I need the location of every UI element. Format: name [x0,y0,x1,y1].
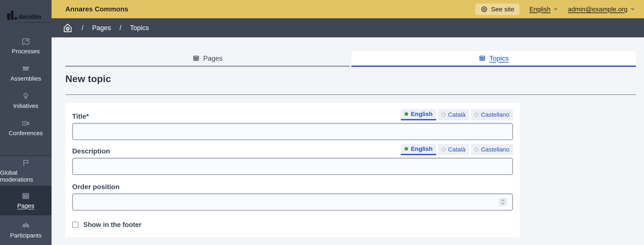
language-tab-castellano[interactable]: Castellano [471,109,513,120]
participants-group-icon [22,221,30,230]
description-label: Description [72,147,110,155]
decidim-tagline: free open-source democracy [18,21,52,24]
language-label: English [529,6,550,13]
sidebar-item-conferences[interactable]: Conferences [0,114,52,142]
chevron-up-icon[interactable] [501,199,505,202]
radio-unselected-icon [442,148,445,151]
radio-unselected-icon [442,113,445,116]
title-input[interactable] [72,123,513,140]
description-field: Description English Català Castellano [72,143,513,175]
title-label: Title* [72,112,89,120]
language-tab-english[interactable]: English [401,109,436,120]
show-in-footer-checkbox[interactable] [72,222,78,228]
site-title: Annares Commons [65,5,128,13]
tab-label: Pages [203,54,223,62]
decidim-wordmark: decidim [18,14,41,20]
content-tabs: Pages Topics [65,51,636,67]
radio-unselected-icon [474,148,478,151]
account-menu-button[interactable]: admin@example.org [568,6,635,13]
decidim-logo-glyph [7,13,10,20]
process-map-icon [22,37,30,46]
sidebar-item-initiatives[interactable]: Initiatives [0,87,52,114]
tab-pages[interactable]: Pages [65,51,350,67]
sidebar-item-pages[interactable]: Pages [0,186,52,215]
language-tab-label: Català [448,111,466,118]
sidebar-item-label: Pages [17,202,34,209]
show-in-footer-label: Show in the footer [83,221,141,229]
assembly-building-icon [22,64,30,73]
breadcrumb-item-topics[interactable]: Topics [130,24,149,32]
heading-divider [65,94,636,95]
pages-article-icon [22,192,30,200]
main-content: Pages Topics New topic Title* English [52,38,644,245]
tab-label: Topics [489,54,509,62]
sidebar-item-label: Conferences [9,130,43,137]
language-menu-button[interactable]: English [529,6,558,13]
home-gear-icon[interactable] [62,22,73,33]
sidebar-item-label: Participants [10,232,42,239]
show-in-footer-row: Show in the footer [72,221,513,229]
conference-video-icon [22,119,30,128]
breadcrumb-separator: / [120,24,122,32]
language-tab-catala[interactable]: Català [438,144,469,155]
sidebar-item-label: Initiatives [13,102,38,110]
number-stepper[interactable] [499,198,507,206]
sidebar-item-label: Assemblies [10,75,41,82]
chevron-down-icon [630,7,635,11]
language-tab-label: English [411,111,433,118]
radio-selected-icon [404,112,408,116]
article-icon [478,54,486,62]
article-icon [192,54,200,62]
sidebar-item-label: Global moderations [0,169,52,183]
breadcrumb-separator: / [82,24,84,32]
breadcrumb-item-pages[interactable]: Pages [92,24,111,32]
decidim-logo-glyph-bar [11,10,14,20]
tab-topics[interactable]: Topics [352,51,636,67]
new-topic-form: Title* English Català Castellano [65,103,520,237]
sidebar-item-label: Processes [12,48,40,55]
language-tab-label: Castellano [481,146,509,153]
sidebar-item-participants[interactable]: Participants [0,215,52,245]
chevron-down-icon[interactable] [501,202,505,205]
sidebar-item-global-moderations[interactable]: Global moderations [0,156,52,186]
see-site-label: See site [491,6,514,13]
admin-sidebar: decidim free open-source democracy Proce… [0,0,52,245]
order-position-field: Order position [72,180,513,210]
radio-selected-icon [404,147,408,151]
title-language-tabs: English Català Castellano [401,109,513,120]
sidebar-item-processes[interactable]: Processes [0,32,52,60]
sidebar-primary-nav: Processes Assemblies Initiatives [0,32,52,142]
order-position-label: Order position [72,183,120,191]
order-position-input[interactable] [72,194,513,210]
page-title: New topic [65,73,636,84]
language-tab-english[interactable]: English [401,144,436,155]
language-tab-label: Castellano [481,111,509,118]
language-tab-label: Català [448,146,466,153]
breadcrumb: / Pages / Topics [52,18,644,38]
moderation-flag-icon [22,158,30,167]
see-site-button[interactable]: See site [475,4,520,15]
decidim-logo-dot [14,17,17,20]
target-icon [480,6,488,13]
language-tab-castellano[interactable]: Castellano [471,144,513,155]
chevron-down-icon [553,7,558,11]
initiative-bulb-icon [22,92,30,100]
decidim-logo: decidim free open-source democracy [0,0,52,32]
account-label: admin@example.org [568,6,628,13]
sidebar-spacer [0,142,52,156]
description-language-tabs: English Català Castellano [401,144,513,155]
language-tab-catala[interactable]: Català [438,109,469,120]
title-field: Title* English Català Castellano [72,108,513,140]
sidebar-secondary-nav: Global moderations Pages Participants [0,156,52,245]
topbar: Annares Commons See site English admin@e… [52,0,644,18]
sidebar-item-assemblies[interactable]: Assemblies [0,60,52,87]
radio-unselected-icon [474,113,478,116]
language-tab-label: English [411,146,433,152]
description-input[interactable] [72,158,513,175]
